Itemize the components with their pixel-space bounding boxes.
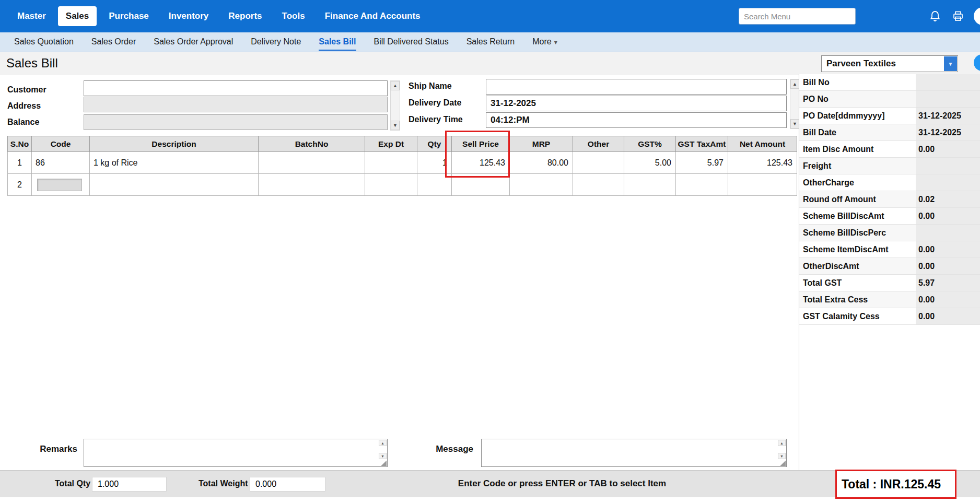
chevron-down-icon[interactable]: ▼ xyxy=(944,56,957,71)
ship-name-input[interactable] xyxy=(486,79,787,95)
scroll-down-icon[interactable]: ▼ xyxy=(790,119,799,128)
cell-net-amount[interactable]: 125.43 xyxy=(728,152,797,174)
po-date-value[interactable]: 31-12-2025 xyxy=(916,108,980,124)
cell-other[interactable] xyxy=(573,152,624,174)
menu-item-purchase[interactable]: Purchase xyxy=(101,6,157,26)
app-window: Master Sales Purchase Inventory Reports … xyxy=(0,0,980,503)
summary-row-po-no: PO No xyxy=(799,91,980,108)
remarks-input[interactable] xyxy=(84,439,378,466)
cell-qty[interactable] xyxy=(417,174,452,196)
scroll-down-icon[interactable]: ▼ xyxy=(778,453,786,459)
resize-grip-icon[interactable] xyxy=(380,460,387,466)
total-qty-input[interactable] xyxy=(92,477,167,492)
delivery-date-input[interactable] xyxy=(486,96,787,111)
summary-row-scheme-itemdiscamt: Scheme ItemDiscAmt0.00 xyxy=(799,241,980,258)
menu-item-sales[interactable]: Sales xyxy=(58,6,97,26)
col-header-sno: S.No xyxy=(8,136,32,152)
scroll-up-icon[interactable]: ▲ xyxy=(379,440,387,446)
summary-row-othercharge: OtherCharge xyxy=(799,174,980,191)
summary-row-scheme-billdiscperc: Scheme BillDiscPerc xyxy=(799,225,980,241)
address-label: Address xyxy=(7,101,41,111)
summary-row-gst-calamity-cess: GST Calamity Cess0.00 xyxy=(799,308,980,325)
subnav-item-sales-order-approval[interactable]: Sales Order Approval xyxy=(145,32,242,52)
cell-batchno[interactable] xyxy=(259,174,365,196)
subnav-item-bill-delivered-status[interactable]: Bill Delivered Status xyxy=(365,32,458,52)
scroll-up-icon[interactable]: ▲ xyxy=(391,81,400,90)
total-extra-cess-value: 0.00 xyxy=(916,291,980,308)
menu-item-tools[interactable]: Tools xyxy=(274,6,313,26)
col-header-code: Code xyxy=(32,136,90,152)
bill-date-value[interactable]: 31-12-2025 xyxy=(916,124,980,141)
col-header-qty: Qty xyxy=(417,136,452,152)
total-weight-input[interactable] xyxy=(250,477,325,492)
item-disc-amount-value[interactable]: 0.00 xyxy=(916,141,980,157)
scheme-billdiscperc-value[interactable] xyxy=(916,225,980,241)
scroll-up-icon[interactable]: ▲ xyxy=(790,79,799,89)
subnav-item-more[interactable]: More ▾ xyxy=(523,32,566,52)
summary-row-bill-date: Bill Date31-12-2025 xyxy=(799,124,980,141)
message-box: ▲ ▼ xyxy=(481,439,787,467)
cell-sell-price[interactable]: 125.43 xyxy=(452,152,510,174)
subnav-item-sales-order[interactable]: Sales Order xyxy=(83,32,145,52)
company-select[interactable]: Parveen Textiles ▼ xyxy=(821,55,958,72)
summary-row-item-disc-amount: Item Disc Amount0.00 xyxy=(799,141,980,158)
cell-mrp[interactable]: 80.00 xyxy=(510,152,573,174)
top-navbar: Master Sales Purchase Inventory Reports … xyxy=(0,0,980,32)
bottom-status-bar: Total Qty Total Weight Enter Code or pre… xyxy=(0,470,980,497)
subnav-item-sales-return[interactable]: Sales Return xyxy=(458,32,524,52)
summary-row-total-extra-cess: Total Extra Cess0.00 xyxy=(799,291,980,308)
cell-code[interactable]: 86 xyxy=(32,152,90,174)
message-input[interactable] xyxy=(482,439,777,466)
round-off-amount-value[interactable]: 0.02 xyxy=(916,191,980,207)
customer-input[interactable] xyxy=(84,80,388,96)
code-entry-input[interactable] xyxy=(37,179,82,191)
othercharge-value[interactable] xyxy=(916,174,980,191)
cell-mrp[interactable] xyxy=(510,174,573,196)
cell-other[interactable] xyxy=(573,174,624,196)
freight-value[interactable] xyxy=(916,158,980,174)
cell-sell-price[interactable] xyxy=(452,174,510,196)
notification-bell-icon[interactable] xyxy=(928,9,942,24)
item-row-1: 1 86 1 kg of Rice 1 125.43 80.00 5.00 5.… xyxy=(8,152,797,174)
cell-gst-percent[interactable]: 5.00 xyxy=(624,152,676,174)
menu-item-finance-and-accounts[interactable]: Finance And Accounts xyxy=(317,6,428,26)
bill-summary-panel: Bill No PO No PO Date[ddmmyyyy]31-12-202… xyxy=(799,74,980,470)
cell-net-amount[interactable] xyxy=(728,174,797,196)
menu-item-inventory[interactable]: Inventory xyxy=(161,6,217,26)
scroll-down-icon[interactable]: ▼ xyxy=(379,453,387,459)
po-no-value[interactable] xyxy=(916,91,980,107)
cell-expdt[interactable] xyxy=(365,152,417,174)
scroll-down-icon[interactable]: ▼ xyxy=(391,121,400,130)
cell-description[interactable] xyxy=(90,174,259,196)
cell-qty[interactable]: 1 xyxy=(417,152,452,174)
otherdiscamt-value[interactable]: 0.00 xyxy=(916,258,980,274)
subnav-item-delivery-note[interactable]: Delivery Note xyxy=(242,32,310,52)
search-input[interactable] xyxy=(739,8,856,25)
col-header-mrp: MRP xyxy=(510,136,573,152)
scheme-billdiscamt-value[interactable]: 0.00 xyxy=(916,208,980,224)
cell-description[interactable]: 1 kg of Rice xyxy=(90,152,259,174)
address-input xyxy=(84,97,388,112)
resize-grip-icon[interactable] xyxy=(779,460,786,466)
remarks-box: ▲ ▼ xyxy=(84,439,388,467)
delivery-time-input[interactable] xyxy=(486,112,787,128)
col-header-gst-taxamt: GST TaxAmt xyxy=(676,136,728,152)
cell-expdt[interactable] xyxy=(365,174,417,196)
scheme-itemdiscamt-value[interactable]: 0.00 xyxy=(916,241,980,258)
cell-gst-percent[interactable] xyxy=(624,174,676,196)
cell-gst-taxamt[interactable]: 5.97 xyxy=(676,152,728,174)
user-avatar[interactable] xyxy=(974,7,980,25)
menu-item-master[interactable]: Master xyxy=(9,6,54,26)
cell-gst-taxamt[interactable] xyxy=(676,174,728,196)
bill-total-text: Total : INR.125.45 xyxy=(842,477,941,492)
cell-batchno[interactable] xyxy=(259,152,365,174)
ship-name-label: Ship Name xyxy=(409,81,452,91)
menu-item-reports[interactable]: Reports xyxy=(220,6,270,26)
subnav-item-sales-quotation[interactable]: Sales Quotation xyxy=(5,32,83,52)
printer-icon[interactable] xyxy=(951,9,965,24)
scroll-up-icon[interactable]: ▲ xyxy=(778,440,786,446)
col-header-description: Description xyxy=(90,136,259,152)
bill-no-value[interactable] xyxy=(916,74,980,90)
remarks-label: Remarks xyxy=(0,444,77,454)
subnav-item-sales-bill[interactable]: Sales Bill xyxy=(310,32,365,52)
